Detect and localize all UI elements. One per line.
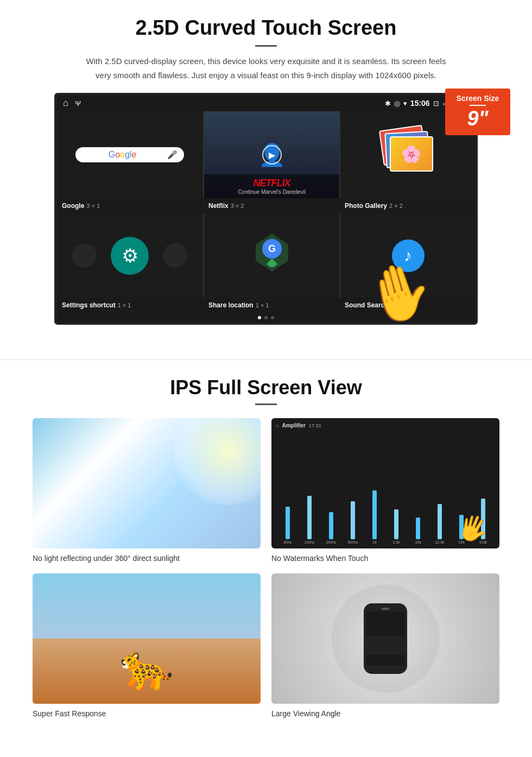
- eq-bar: [351, 501, 355, 539]
- netflix-app-size: 3 × 2: [231, 203, 244, 209]
- sound-label: Sound Search 1 × 1: [339, 300, 476, 311]
- eq-bar-500: 500hz: [343, 501, 363, 544]
- eq-label: 60hz: [283, 540, 292, 544]
- svg-text:G: G: [268, 243, 275, 254]
- sound-app-size: 1 × 1: [391, 302, 404, 308]
- usb-icon: Ψ: [75, 99, 81, 108]
- dot-2: [264, 316, 268, 319]
- feature-sunlight: No light reflecting under 360° direct su…: [33, 418, 261, 563]
- sound-search-cell[interactable]: ♪: [340, 213, 476, 298]
- device-frame: ⌂ Ψ ✱ ◎ ▾ 15:06 ⊡ ◁) ⊠ ▭: [54, 93, 478, 325]
- home-icon-amp: ⌂: [276, 423, 278, 428]
- cheetah-image: 🐆: [33, 573, 261, 704]
- sound-icon: ♪: [392, 239, 425, 272]
- bluetooth-icon: ✱: [385, 99, 391, 108]
- gallery-app-size: 2 × 2: [389, 203, 403, 209]
- eq-label: 15k: [458, 540, 464, 544]
- sunlight-bg: [33, 418, 261, 548]
- eq-bar-10k: 10k: [408, 518, 428, 544]
- flower-image: 🌸: [401, 144, 421, 163]
- app-labels-bottom: Settings shortcut 1 × 1 Share location 1…: [56, 298, 476, 313]
- car-bg: [271, 573, 499, 704]
- watermarks-label: No Watermarks When Touch: [271, 554, 499, 563]
- google-maps-icon: G: [256, 234, 288, 278]
- feature-viewing-angle: Large Viewing Angle: [271, 573, 499, 718]
- mic-icon: 🎤: [167, 150, 178, 160]
- eq-bar: [372, 490, 377, 539]
- section1-title: 2.5D Curved Touch Screen: [33, 16, 499, 40]
- feature-fast-response: 🐆 Super Fast Response: [33, 573, 261, 718]
- dot-1: [258, 316, 261, 319]
- share-app-size: 1 × 1: [256, 302, 269, 308]
- eq-bar: [438, 504, 442, 539]
- badge-size: 9": [467, 107, 488, 130]
- netflix-overlay: NETFLIX Continue Marvel's Daredevil: [204, 174, 339, 198]
- eq-label: 500hz: [347, 540, 358, 544]
- netflix-app-name: Netflix: [208, 202, 229, 210]
- amp-topbar: ⌂ Amplifier 17:33: [276, 422, 495, 428]
- google-logo: Google: [82, 150, 163, 160]
- camera-icon: ⊡: [433, 99, 439, 108]
- section2-title: IPS Full Screen View: [33, 376, 499, 399]
- status-bar: ⌂ Ψ ✱ ◎ ▾ 15:06 ⊡ ◁) ⊠ ▭: [56, 95, 476, 111]
- progress-dots: [56, 313, 476, 323]
- netflix-app-cell[interactable]: 👤 ▶ NETFLIX Continue Marvel's Daredevil: [204, 111, 339, 198]
- section1-description: With 2.5D curved-display screen, this de…: [81, 54, 451, 82]
- dot-3: [271, 316, 274, 319]
- sound-app-name: Sound Search: [345, 301, 389, 309]
- viewing-angle-label: Large Viewing Angle: [271, 709, 499, 718]
- eq-bar: [394, 509, 398, 539]
- photo-card-3: 🌸: [390, 136, 433, 172]
- section-curved-touch: 2.5D Curved Touch Screen With 2.5D curve…: [0, 0, 532, 338]
- eq-label: 1k: [372, 540, 376, 544]
- share-location-cell[interactable]: G: [204, 213, 339, 298]
- netflix-subtitle: Continue Marvel's Daredevil: [208, 189, 335, 195]
- app-grid-top: Google 🎤 👤 ▶ NETFLIX Continue M: [56, 111, 476, 198]
- ghost-circle-1: [72, 243, 97, 268]
- share-label: Share location 1 × 1: [203, 300, 339, 311]
- badge-divider: [470, 105, 486, 106]
- eq-bar: [416, 518, 420, 539]
- home-icon: ⌂: [63, 98, 68, 109]
- ghost-circle-3: [163, 243, 187, 268]
- sunlight-label: No light reflecting under 360° direct su…: [33, 554, 261, 563]
- share-app-name: Share location: [208, 301, 254, 309]
- play-button[interactable]: ▶: [262, 145, 282, 165]
- amplifier-image: ⌂ Amplifier 17:33 60hz 100hz: [271, 418, 499, 548]
- eq-label: 2.5k: [392, 540, 400, 544]
- settings-app-size: 1 × 1: [118, 302, 131, 308]
- netflix-label: Netflix 3 × 2: [203, 200, 339, 211]
- eq-label: 200hz: [326, 540, 336, 544]
- car-image: [271, 573, 499, 704]
- settings-label: Settings shortcut 1 × 1: [56, 300, 203, 311]
- section2-divider: [255, 403, 277, 405]
- badge-title: Screen Size: [449, 94, 506, 103]
- google-app-name: Google: [62, 202, 84, 210]
- gallery-label: Photo Gallery 2 × 2: [339, 200, 476, 211]
- eq-bar-2-5k: 2.5k: [387, 509, 406, 544]
- title-divider: [255, 45, 277, 47]
- app-grid-bottom: ⚙ G ♪: [56, 213, 476, 298]
- eq-label: 12.5k: [435, 540, 444, 544]
- page-divider: [0, 359, 532, 360]
- eq-label: 100hz: [304, 540, 314, 544]
- eq-bar: [329, 512, 333, 539]
- google-app-cell[interactable]: Google 🎤: [56, 111, 203, 198]
- status-time: 15:06: [410, 99, 430, 108]
- amp-title: Amplifier: [282, 422, 305, 428]
- settings-app-cell[interactable]: ⚙: [56, 213, 203, 298]
- settings-app-name: Settings shortcut: [62, 301, 116, 309]
- feature-grid: No light reflecting under 360° direct su…: [33, 418, 499, 718]
- app-labels-top: Google 3 × 1 Netflix 3 × 2 Photo Gallery…: [56, 198, 476, 213]
- google-label: Google 3 × 1: [56, 200, 203, 211]
- screen-size-badge: Screen Size 9": [445, 89, 510, 135]
- google-search-bar[interactable]: Google 🎤: [75, 147, 184, 162]
- sun-glow: [174, 418, 261, 505]
- eq-bar: [286, 507, 290, 539]
- eq-bar-200: 200hz: [321, 512, 341, 544]
- cheetah-emoji: 🐆: [119, 642, 174, 693]
- sunlight-image: [33, 418, 261, 548]
- amp-time: 17:33: [309, 423, 321, 428]
- feature-watermarks: ⌂ Amplifier 17:33 60hz 100hz: [271, 418, 499, 563]
- device-mockup: Screen Size 9" ⌂ Ψ ✱ ◎ ▾ 15:06 ⊡ ◁) ⊠ ▭: [54, 93, 478, 325]
